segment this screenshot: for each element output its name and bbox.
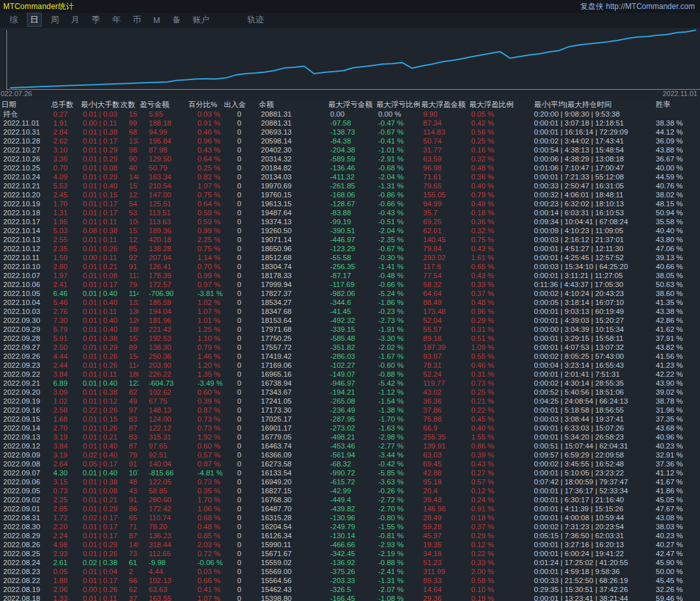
table-row-2022.09.15[interactable]: 2022.09.151.680.01 | 0.1583124.000.73 %0… bbox=[0, 415, 700, 424]
brand-url[interactable]: http://MTCommander.com bbox=[606, 2, 695, 11]
table-cell: -0.86 % bbox=[375, 190, 420, 199]
table-row-2022.08.30[interactable]: 2022.08.302.200.01 | 0.177178.200.48 %01… bbox=[0, 522, 700, 531]
table-row-2022.09.06[interactable]: 2022.09.063.150.01 | 0.3848122.050.73 %0… bbox=[0, 477, 700, 486]
table-row-2022.08.18[interactable]: 2022.08.181.330.01 | 0.1137163.551.07 %0… bbox=[0, 594, 700, 601]
table-row-2022.08.22[interactable]: 2022.08.221.880.01 | 0.1766102.130.66 %0… bbox=[0, 576, 700, 585]
table-cell: 0.37 % bbox=[468, 289, 532, 298]
table-row-2022.10.31[interactable]: 2022.10.312.840.01 | 0.386894.990.46 %02… bbox=[0, 128, 700, 136]
table-row-2022.08.26[interactable]: 2022.08.264.980.01 | 0.29149318.442.03 %… bbox=[0, 540, 700, 549]
table-cell: 0.01 | 0.38 bbox=[79, 128, 119, 136]
table-cell: 2022.10.05 bbox=[0, 289, 50, 298]
table-row-2022.10.04[interactable]: 2022.10.045.460.01 | 0.40133186.591.02 %… bbox=[0, 298, 700, 307]
table-row-2022.10.24[interactable]: 2022.10.244.090.01 | 0.29148163.340.82 %… bbox=[0, 172, 700, 181]
table-cell: 15462.43 bbox=[258, 585, 327, 594]
table-cell: 3.36 bbox=[50, 154, 79, 163]
table-row-2022.10.13[interactable]: 2022.10.132.550.01 | 0.11121420.182.25 %… bbox=[0, 235, 700, 244]
table-cell: -123.29 bbox=[327, 244, 375, 253]
table-row-2022.09.01[interactable]: 2022.09.012.850.01 | 0.2986172.421.06 %0… bbox=[0, 504, 700, 513]
menu-item-月[interactable]: 月 bbox=[68, 13, 83, 27]
menu-item-轨迹[interactable]: 轨迹 bbox=[244, 13, 267, 27]
table-cell: 0.16 % bbox=[468, 145, 532, 154]
table-row-2022.10.19[interactable]: 2022.10.191.700.01 | 0.1754125.510.64 %0… bbox=[0, 199, 700, 208]
table-row-2022.09.08[interactable]: 2022.09.082.640.05 | 0.1791140.040.87 %0… bbox=[0, 459, 700, 468]
table-row-2022.09.16[interactable]: 2022.09.162.580.22 | 0.2697148.130.87 %0… bbox=[0, 406, 700, 415]
table-row-2022.09.28[interactable]: 2022.09.285.910.01 | 0.38153192.531.10 %… bbox=[0, 334, 700, 343]
menu-item-综[interactable]: 综 bbox=[6, 13, 21, 27]
table-cell: 138.28 bbox=[138, 244, 187, 253]
table-row-2022.10.03[interactable]: 2022.10.032.760.01 | 0.11136194.041.07 %… bbox=[0, 307, 700, 316]
table-row-2022.09.30[interactable]: 2022.09.307.300.01 | 0.40126181.961.01 %… bbox=[0, 316, 700, 325]
table-row-2022.09.27[interactable]: 2022.09.272.500.01 | 0.2989138.300.79 %0… bbox=[0, 343, 700, 352]
table-row-2022.09.13[interactable]: 2022.09.133.190.01 | 0.2183315.311.92 %0… bbox=[0, 432, 700, 441]
table-row-2022.08.29[interactable]: 2022.08.292.240.01 | 0.1787136.230.85 %0… bbox=[0, 531, 700, 540]
table-row-2022.09.23[interactable]: 2022.09.232.440.01 | 0.26114203.901.20 %… bbox=[0, 361, 700, 370]
menu-item-周[interactable]: 周 bbox=[47, 13, 62, 27]
table-row-2022.08.31[interactable]: 2022.08.311.720.02 | 0.1765110.740.68 %0… bbox=[0, 513, 700, 522]
table-cell: 2022.10.17 bbox=[0, 217, 50, 226]
table-row-2022.10.07[interactable]: 2022.10.071.970.01 | 0.08113178.390.99 %… bbox=[0, 271, 700, 280]
table-row-2022.10.26[interactable]: 2022.10.263.360.01 | 0.2990129.500.64 %0… bbox=[0, 154, 700, 163]
table-row-2022.09.22[interactable]: 2022.09.223.840.01 | 0.11180226.221.35 %… bbox=[0, 370, 700, 379]
table-row-2022.08.25[interactable]: 2022.08.252.930.01 | 0.2673112.650.72 %0… bbox=[0, 549, 700, 558]
table-row-2022.09.29[interactable]: 2022.09.295.790.01 | 0.40185221.431.25 %… bbox=[0, 325, 700, 334]
table-row-2022.09.14[interactable]: 2022.09.142.700.01 | 0.2687122.120.73 %0… bbox=[0, 424, 700, 432]
table-cell: -2.98 % bbox=[375, 432, 420, 441]
table-row-2022.10.14[interactable]: 2022.10.145.030.08 | 0.38151189.360.99 %… bbox=[0, 226, 700, 235]
table-row-2022.10.12[interactable]: 2022.10.122.350.01 | 0.2685138.280.75 %0… bbox=[0, 244, 700, 253]
table-cell: -390.51 bbox=[327, 226, 375, 235]
table-cell: -2.02 % bbox=[375, 343, 420, 352]
menu-item-季[interactable]: 季 bbox=[88, 13, 103, 27]
table-cell: 5.46 bbox=[50, 298, 79, 307]
table-cell: 69.45 bbox=[420, 459, 468, 468]
table-row-2022.10.21[interactable]: 2022.10.215.530.01 | 0.40157210.541.07 %… bbox=[0, 181, 700, 190]
table-cell: -498.21 bbox=[327, 432, 375, 441]
table-row-2022.10.17[interactable]: 2022.10.171.950.01 | 0.11104113.630.59 %… bbox=[0, 217, 700, 226]
table-row-2022.08.23[interactable]: 2022.08.230.050.01 | 0.0424.440.03 %0155… bbox=[0, 567, 700, 576]
table-cell: 207.94 bbox=[138, 253, 187, 262]
table-row-2022.09.05[interactable]: 2022.09.050.730.01 | 0.084358.850.35 %01… bbox=[0, 486, 700, 495]
table-cell: 0.22 | 0.26 bbox=[79, 406, 119, 415]
table-row-2022.08.24[interactable]: 2022.08.242.610.02 | 0.3861-9.98-0.06 %0… bbox=[0, 558, 700, 567]
table-cell: 40.66 % bbox=[651, 262, 700, 271]
table-row-2022.09.09[interactable]: 2022.09.093.190.02 | 0.407992.510.57 %01… bbox=[0, 450, 700, 459]
table-cell: 0.29 % bbox=[468, 531, 532, 540]
table-row-2022.10.10[interactable]: 2022.10.102.800.01 | 0.2191126.410.70 %0… bbox=[0, 262, 700, 271]
menu-item-账户[interactable]: 账户 bbox=[190, 13, 213, 27]
menu-item-年[interactable]: 年 bbox=[109, 13, 124, 27]
table-row-2022.08.19[interactable]: 2022.08.192.060.00 | 0.266263.630.41 %01… bbox=[0, 585, 700, 594]
menu-item-日[interactable]: 日 bbox=[27, 13, 42, 27]
table-cell: 151 bbox=[119, 226, 138, 235]
table-row-2022.09.19[interactable]: 2022.09.191.020.01 | 0.124967.750.39 %01… bbox=[0, 397, 700, 406]
table-cell: 42.88 bbox=[420, 468, 468, 477]
menu-item-备[interactable]: 备 bbox=[169, 13, 184, 27]
menu-item-币[interactable]: 币 bbox=[129, 13, 144, 27]
table-row-2022.09.12[interactable]: 2022.09.123.840.01 | 0.408797.650.60 %01… bbox=[0, 441, 700, 450]
table-row-2022.10.25[interactable]: 2022.10.250.700.01 | 0.084050.790.25 %02… bbox=[0, 163, 700, 172]
table-row-2022.10.27[interactable]: 2022.10.273.100.01 | 0.299887.980.43 %02… bbox=[0, 145, 700, 154]
table-row-2022.09.26[interactable]: 2022.09.264.440.01 | 0.26154250.361.46 %… bbox=[0, 352, 700, 361]
table-row-持仓[interactable]: 持仓0.270.01 | 0.03155.650.03 %020881.310.… bbox=[0, 110, 700, 119]
table-cell: -439.82 bbox=[327, 504, 375, 513]
table-cell: 7.30 bbox=[50, 316, 79, 325]
table-cell: -41.45 bbox=[327, 307, 375, 316]
table-cell: 29.36 bbox=[420, 594, 468, 601]
table-cell: 75.88 bbox=[420, 415, 468, 424]
table-row-2022.10.05[interactable]: 2022.10.056.460.01 | 0.40114-706.90-3.81… bbox=[0, 289, 700, 298]
table-cell: 2022.08.26 bbox=[0, 540, 50, 549]
table-row-2022.09.20[interactable]: 2022.09.203.090.01 | 0.3882102.620.60 %0… bbox=[0, 388, 700, 397]
table-cell: 2022.09.05 bbox=[0, 486, 50, 495]
table-cell: 0.01 | 0.21 bbox=[79, 432, 119, 441]
table-cell: 16273.58 bbox=[258, 459, 327, 468]
table-row-2022.10.11[interactable]: 2022.10.111.590.00 | 0.1192207.941.14 %0… bbox=[0, 253, 700, 262]
table-row-2022.10.28[interactable]: 2022.10.282.620.01 | 0.17133195.840.96 %… bbox=[0, 136, 700, 145]
table-cell: 71.61 bbox=[420, 172, 468, 181]
table-cell: 18650.96 bbox=[258, 244, 327, 253]
table-row-2022.09.02[interactable]: 2022.09.022.250.01 | 0.2191280.601.70 %0… bbox=[0, 495, 700, 504]
table-row-2022.09.21[interactable]: 2022.09.216.890.01 | 0.40123-604.73-3.49… bbox=[0, 379, 700, 388]
table-row-2022.11.01[interactable]: 2022.11.011.910.00 | 0.1199188.180.91 %0… bbox=[0, 119, 700, 128]
table-row-2022.09.07[interactable]: 2022.09.074.300.01 | 0.40107-815.66-4.81… bbox=[0, 468, 700, 477]
table-row-2022.10.20[interactable]: 2022.10.202.450.01 | 0.15121147.000.75 %… bbox=[0, 190, 700, 199]
menu-item-M[interactable]: M bbox=[150, 14, 163, 26]
table-row-2022.10.18[interactable]: 2022.10.181.310.01 | 0.1753113.510.59 %0… bbox=[0, 208, 700, 217]
table-row-2022.10.06[interactable]: 2022.10.062.410.01 | 0.1779172.570.97 %0… bbox=[0, 280, 700, 289]
